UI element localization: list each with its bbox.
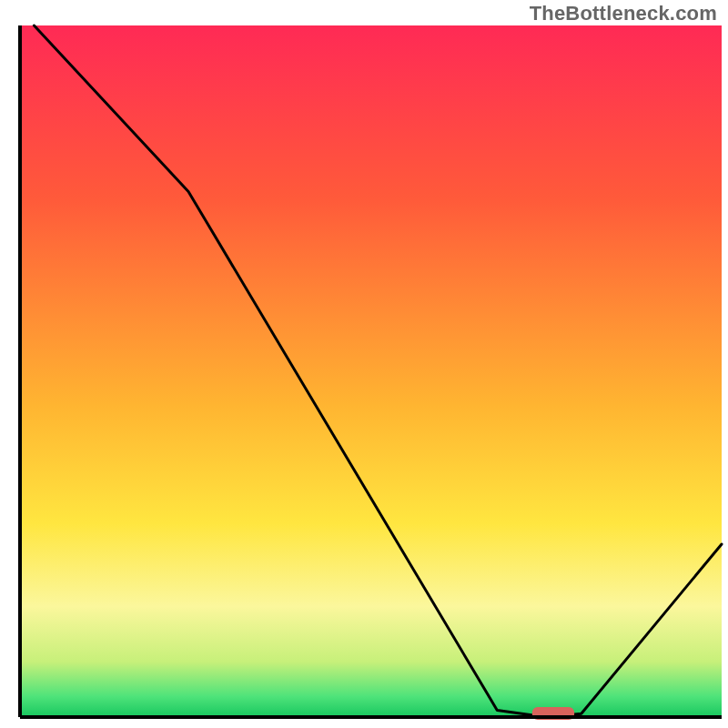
bottleneck-chart: TheBottleneck.com (0, 0, 728, 728)
plot-svg (0, 0, 728, 728)
plot-background (20, 25, 722, 717)
